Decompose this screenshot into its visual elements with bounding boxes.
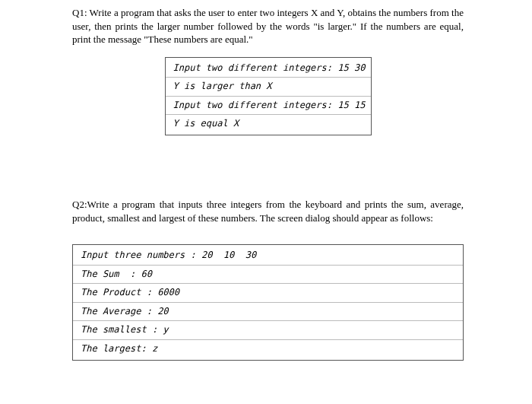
q1-output-line: Input two different integers: 15 15 xyxy=(166,97,371,116)
q1-output-box: Input two different integers: 15 30 Y is… xyxy=(165,57,372,135)
q2-output-line: The Average : 20 xyxy=(73,303,463,322)
q2-output-box: Input three numbers : 20 10 30 The Sum :… xyxy=(72,244,464,361)
q1-output-line: Input two different integers: 15 30 xyxy=(166,59,371,78)
q1-prompt: Q1: Write a program that asks the user t… xyxy=(72,6,464,46)
spacer xyxy=(72,166,464,198)
q2-output-line: The smallest : y xyxy=(73,321,463,340)
q1-output-line: Y is larger than X xyxy=(166,78,371,97)
q2-output-line: Input three numbers : 20 10 30 xyxy=(73,247,463,266)
q2-prompt: Q2:Write a program that inputs three int… xyxy=(72,198,464,224)
q2-output-line: The largest: z xyxy=(73,340,463,358)
q1-output-line: Y is equal X xyxy=(166,115,371,133)
document-page: Q1: Write a program that asks the user t… xyxy=(0,0,532,361)
q2-output-line: The Sum : 60 xyxy=(73,266,463,285)
q2-output-line: The Product : 6000 xyxy=(73,284,463,303)
